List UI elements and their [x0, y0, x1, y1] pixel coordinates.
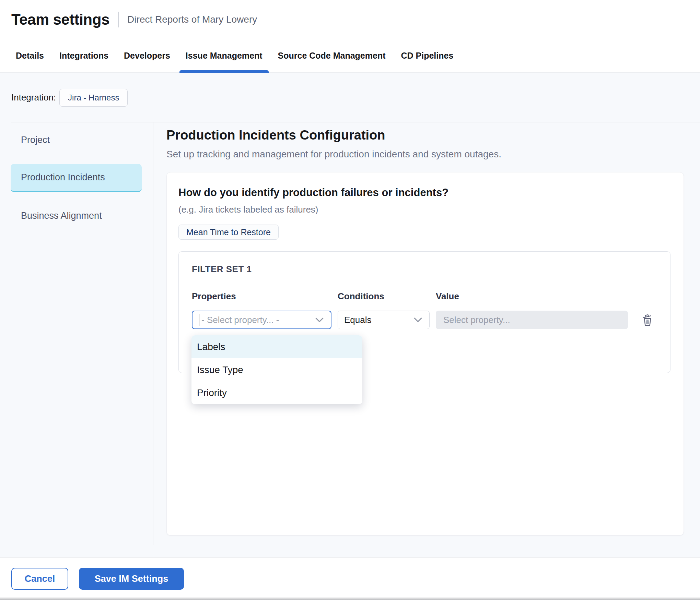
tab-issue-management[interactable]: Issue Management	[186, 39, 262, 73]
dropdown-option-labels[interactable]: Labels	[191, 335, 362, 358]
property-dropdown: Labels Issue Type Priority	[191, 335, 362, 404]
value-column-header: Value	[436, 291, 628, 302]
section-subtitle: Set up tracking and management for produ…	[166, 149, 700, 160]
filter-set-title: FILTER SET 1	[192, 264, 670, 275]
identify-hint: (e.g. Jira tickets labeled as failures)	[178, 204, 670, 215]
window-bottom-edge	[0, 597, 700, 600]
tab-integrations[interactable]: Integrations	[59, 39, 108, 73]
settings-tab-bar: Details Integrations Developers Issue Ma…	[0, 39, 700, 73]
team-settings-page: Team settings Direct Reports of Mary Low…	[0, 0, 700, 600]
dropdown-option-issue-type[interactable]: Issue Type	[191, 358, 362, 381]
active-tab-underline	[179, 70, 269, 73]
main-section: Production Incidents Configuration Set u…	[153, 122, 700, 557]
condition-select-value: Equals	[344, 315, 372, 325]
properties-column-header: Properties	[192, 291, 331, 302]
text-cursor	[199, 314, 199, 326]
tab-details[interactable]: Details	[16, 39, 44, 73]
sidebar-item-project[interactable]: Project	[11, 127, 142, 154]
sidebar-item-production-incidents[interactable]: Production Incidents	[11, 164, 142, 192]
mean-time-to-restore-chip[interactable]: Mean Time to Restore	[178, 225, 279, 240]
tab-cd-pipelines[interactable]: CD Pipelines	[401, 39, 454, 73]
tab-source-code-management[interactable]: Source Code Management	[278, 39, 386, 73]
value-input-placeholder: Select property...	[443, 315, 510, 325]
value-input[interactable]: Select property...	[436, 311, 628, 329]
dropdown-option-priority[interactable]: Priority	[191, 381, 362, 404]
chevron-down-icon	[413, 317, 422, 323]
condition-select[interactable]: Equals	[338, 311, 430, 329]
chevron-down-icon	[315, 317, 324, 323]
integration-row: Integration: Jira - Harness	[0, 73, 700, 122]
settings-sidebar: Project Production Incidents Business Al…	[0, 122, 153, 557]
integration-label: Integration:	[11, 92, 56, 103]
incidents-config-panel: How do you identify production failures …	[166, 172, 684, 536]
save-im-settings-button[interactable]: Save IM Settings	[79, 568, 184, 590]
trash-icon	[642, 313, 654, 327]
content-area: Integration: Jira - Harness Project Prod…	[0, 73, 700, 557]
conditions-column-header: Conditions	[338, 291, 430, 302]
action-footer: Cancel Save IM Settings	[0, 557, 700, 600]
property-select-placeholder: - Select property... -	[201, 315, 279, 325]
section-title: Production Incidents Configuration	[166, 128, 700, 143]
integration-chip[interactable]: Jira - Harness	[59, 89, 128, 107]
delete-filter-button[interactable]	[641, 312, 655, 327]
page-title: Team settings	[11, 11, 109, 28]
cancel-button[interactable]: Cancel	[11, 568, 68, 590]
sidebar-item-business-alignment[interactable]: Business Alignment	[11, 202, 142, 229]
page-subtitle: Direct Reports of Mary Lowery	[127, 14, 257, 25]
title-separator	[118, 12, 119, 27]
tab-developers[interactable]: Developers	[124, 39, 170, 73]
filter-set-card: FILTER SET 1 Properties Conditions Value	[178, 251, 670, 373]
page-header: Team settings Direct Reports of Mary Low…	[0, 0, 700, 39]
identify-question: How do you identify production failures …	[178, 186, 670, 199]
property-select[interactable]: - Select property... - Labels Issue Type…	[192, 311, 331, 329]
